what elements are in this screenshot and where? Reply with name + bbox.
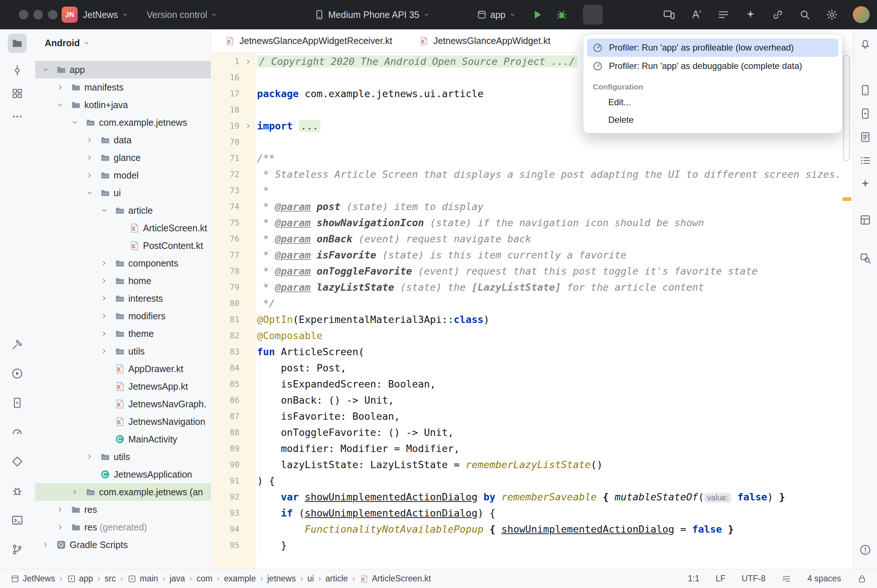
code-line-88[interactable]: 88 onToggleFavorite: () -> Unit, bbox=[211, 424, 853, 441]
popup-action-delete[interactable]: Delete bbox=[587, 111, 838, 129]
code-line-81[interactable]: 81@OptIn(ExperimentalMaterial3Api::class… bbox=[211, 312, 853, 328]
code-line-75[interactable]: 75 * @param showNavigationIcon (state) i… bbox=[211, 215, 853, 231]
editor-tab-jetnewsglanceappwidget-kt[interactable]: JetnewsGlanceAppWidget.kt bbox=[405, 29, 564, 52]
tree-item-components[interactable]: components bbox=[35, 254, 211, 272]
user-avatar[interactable] bbox=[853, 6, 870, 23]
breadcrumb-app[interactable]: app bbox=[67, 574, 93, 584]
more-ellipsis-tool-button[interactable] bbox=[8, 107, 27, 126]
breadcrumb-src[interactable]: src bbox=[105, 574, 116, 584]
chevron-right-icon[interactable] bbox=[57, 101, 64, 108]
chevron-right-icon[interactable] bbox=[100, 312, 108, 320]
tree-item-home[interactable]: home bbox=[35, 272, 211, 290]
tree-item-ui[interactable]: ui bbox=[35, 184, 211, 202]
breadcrumb-jetnews[interactable]: JetNews bbox=[10, 574, 55, 584]
indent-size[interactable]: 4 spaces bbox=[807, 574, 841, 584]
file-encoding[interactable]: UTF-8 bbox=[742, 574, 766, 584]
run-configuration-selector[interactable]: app bbox=[477, 0, 516, 29]
tree-item-appdrawer-kt[interactable]: AppDrawer.kt bbox=[35, 360, 211, 378]
chevron-right-icon[interactable] bbox=[71, 119, 78, 126]
breadcrumb-java[interactable]: java bbox=[169, 574, 185, 584]
chevron-right-icon[interactable] bbox=[57, 524, 64, 531]
breadcrumb-jetnews[interactable]: jetnews bbox=[267, 574, 296, 584]
code-line-92[interactable]: 92 var showUnimplementedActionDialog by … bbox=[211, 489, 853, 505]
code-line-87[interactable]: 87 isFavorite: Boolean, bbox=[211, 408, 853, 424]
structure-grid-tool-button[interactable] bbox=[8, 84, 27, 103]
tree-item-interests[interactable]: interests bbox=[35, 290, 211, 307]
tree-item-gradle-scripts[interactable]: Gradle Scripts bbox=[35, 536, 211, 554]
version-control-menu[interactable]: Version control bbox=[147, 0, 218, 29]
fold-marker-icon[interactable] bbox=[244, 58, 252, 65]
more-run-actions-button[interactable] bbox=[583, 5, 603, 24]
layout-inspector-tool-button[interactable] bbox=[856, 210, 875, 230]
chevron-right-icon[interactable] bbox=[100, 260, 108, 267]
breadcrumb-ui[interactable]: ui bbox=[307, 574, 314, 584]
bullet-list-tool-button[interactable] bbox=[856, 151, 875, 170]
fold-marker-icon[interactable] bbox=[244, 123, 252, 130]
debug-button[interactable] bbox=[555, 8, 568, 21]
code-line-71[interactable]: 71/** bbox=[211, 150, 853, 166]
zoom-window-button[interactable] bbox=[48, 10, 58, 20]
popup-item-profiler-run-app-as-debuggable-complete-[interactable]: Profiler: Run 'app' as debuggable (compl… bbox=[587, 57, 838, 75]
link-chain-button[interactable] bbox=[771, 8, 784, 21]
chevron-right-icon[interactable] bbox=[42, 66, 49, 74]
code-line-90[interactable]: 90 lazyListState: LazyListState = rememb… bbox=[211, 457, 853, 473]
run-circle-tool-button[interactable] bbox=[8, 364, 27, 383]
line-separator[interactable]: LF bbox=[716, 574, 726, 584]
chevron-right-icon[interactable] bbox=[57, 84, 64, 91]
device-selector[interactable]: Medium Phone API 35 bbox=[314, 0, 430, 29]
chevron-right-icon[interactable] bbox=[100, 277, 108, 285]
tree-item-jetnewsnavgraph[interactable]: JetnewsNavGraph. bbox=[35, 395, 211, 413]
tree-item-jetnewsapp-kt[interactable]: JetnewsApp.kt bbox=[35, 378, 211, 395]
minimize-window-button[interactable] bbox=[33, 10, 43, 20]
code-line-84[interactable]: 84 post: Post, bbox=[211, 360, 853, 376]
breadcrumb-com[interactable]: com bbox=[196, 574, 212, 584]
chevron-right-icon[interactable] bbox=[86, 189, 93, 196]
tree-item-app[interactable]: app bbox=[35, 61, 211, 78]
tree-item-utils[interactable]: utils bbox=[35, 448, 211, 465]
task-list-button[interactable] bbox=[717, 8, 730, 21]
device-pair-button[interactable] bbox=[663, 8, 675, 21]
breadcrumb-main[interactable]: main bbox=[127, 574, 158, 584]
chevron-right-icon[interactable] bbox=[100, 348, 108, 355]
popup-action-edit[interactable]: Edit... bbox=[587, 93, 838, 111]
chevron-right-icon[interactable] bbox=[71, 488, 78, 496]
chevron-right-icon[interactable] bbox=[100, 295, 108, 302]
sparkle-star-tool-button[interactable] bbox=[856, 174, 875, 194]
settings-gear-button[interactable] bbox=[826, 8, 838, 21]
tree-item-com-example-jetnews-an[interactable]: com.example.jetnews (an bbox=[35, 483, 211, 501]
code-line-74[interactable]: 74 * @param post (state) item to display bbox=[211, 199, 853, 215]
caret-position[interactable]: 1:1 bbox=[688, 574, 700, 584]
running-device-tool-button[interactable] bbox=[856, 104, 875, 123]
chevron-right-icon[interactable] bbox=[42, 541, 49, 548]
commit-tool-button[interactable] bbox=[8, 61, 27, 80]
chevron-right-icon[interactable] bbox=[86, 453, 93, 460]
code-line-95[interactable]: 95 } bbox=[211, 537, 853, 554]
code-line-79[interactable]: 79 * @param lazyListState (state) the [L… bbox=[211, 279, 853, 296]
chevron-right-icon[interactable] bbox=[100, 207, 108, 214]
running-device-tool-button[interactable] bbox=[8, 393, 27, 412]
close-window-button[interactable] bbox=[19, 10, 28, 20]
tree-item-modifiers[interactable]: modifiers bbox=[35, 307, 211, 325]
code-line-86[interactable]: 86 onBack: () -> Unit, bbox=[211, 392, 853, 408]
tree-item-theme[interactable]: theme bbox=[35, 325, 211, 342]
code-line-82[interactable]: 82@Composable bbox=[211, 328, 853, 344]
code-line-72[interactable]: 72 * Stateless Article Screen that displ… bbox=[211, 166, 853, 183]
code-line-89[interactable]: 89 modifier: Modifier = Modifier, bbox=[211, 441, 853, 457]
code-line-77[interactable]: 77 * @param isFavorite (state) is this i… bbox=[211, 247, 853, 263]
popup-item-profiler-run-app-as-profileable-low-over[interactable]: Profiler: Run 'app' as profileable (low … bbox=[587, 39, 838, 57]
tree-item-article[interactable]: article bbox=[35, 202, 211, 219]
run-button[interactable] bbox=[531, 8, 543, 21]
inspection-bug-tool-button[interactable] bbox=[8, 482, 27, 501]
chevron-right-icon[interactable] bbox=[86, 136, 93, 144]
indent-style-icon[interactable] bbox=[782, 574, 791, 584]
problems-tool-button[interactable] bbox=[856, 540, 875, 560]
tree-item-kotlin-java[interactable]: kotlin+java bbox=[35, 96, 211, 114]
build-hammer-tool-button[interactable] bbox=[8, 335, 27, 354]
chevron-right-icon[interactable] bbox=[86, 154, 93, 161]
tree-item-utils[interactable]: utils bbox=[35, 342, 211, 360]
code-line-70[interactable]: 70 bbox=[211, 134, 853, 150]
project-view-selector[interactable]: Android bbox=[45, 34, 90, 51]
tree-item-res[interactable]: res (generated) bbox=[35, 518, 211, 536]
notifications-bell-tool-button[interactable] bbox=[856, 34, 875, 53]
sparkle-star-button[interactable] bbox=[744, 8, 757, 21]
